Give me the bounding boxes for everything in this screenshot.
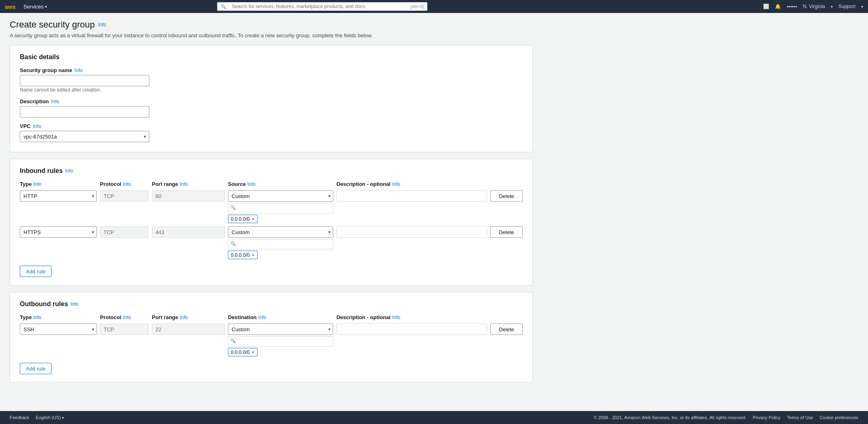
inbound-delete-btn-1[interactable]: Delete xyxy=(490,190,523,202)
outbound-dest-info-link[interactable]: Info xyxy=(258,315,266,320)
nav-user[interactable]: ▪▪▪▪▪▪ xyxy=(787,4,797,9)
outbound-rules-card: Outbound rules Info Type Info Protocol I… xyxy=(10,292,533,383)
description-info-link[interactable]: Info xyxy=(51,99,60,104)
inbound-port-2: 443 xyxy=(152,226,225,238)
name-form-group: Security group name Info MyFirstSecurity… xyxy=(20,67,523,93)
search-bar[interactable]: 🔍 [Alt+S] xyxy=(217,2,428,11)
outbound-desc-info-link[interactable]: Info xyxy=(392,315,400,320)
inbound-source-search-2[interactable] xyxy=(228,239,333,249)
description-input[interactable]: Moj pierwszy opis, ktory nie moze zawier… xyxy=(20,106,149,117)
inbound-col-source: Source Info xyxy=(228,181,333,187)
search-icon: 🔍 xyxy=(221,4,226,9)
inbound-source-type-wrap-1: Custom Anywhere-IPv4 Anywhere-IPv6 My IP… xyxy=(228,190,333,202)
outbound-dest-tag-remove-1[interactable]: × xyxy=(252,349,255,355)
inbound-desc-input-1[interactable] xyxy=(336,190,487,202)
inbound-source-search-wrap-2: 🔍 xyxy=(228,239,333,249)
outbound-delete-btn-1[interactable]: Delete xyxy=(490,324,523,335)
inbound-source-select-1[interactable]: Custom Anywhere-IPv4 Anywhere-IPv6 My IP xyxy=(228,190,333,202)
inbound-source-info-link[interactable]: Info xyxy=(247,181,255,187)
inbound-source-tag-remove-1[interactable]: × xyxy=(252,216,255,222)
add-inbound-rule-button[interactable]: Add rule xyxy=(20,266,51,277)
inbound-protocol-info-link[interactable]: Info xyxy=(123,181,131,187)
aws-logo[interactable]: aws xyxy=(5,2,19,11)
inbound-col-protocol: Protocol Info xyxy=(100,181,149,187)
outbound-col-description: Description - optional Info xyxy=(336,314,487,320)
outbound-rule-row-1: HTTP HTTPS SSH ▾ TCP 22 Custom Anywhere-… xyxy=(20,324,523,356)
vpc-select-wrap: vpc-67d2501a ▾ xyxy=(20,131,149,142)
outbound-dest-search-1[interactable] xyxy=(228,336,333,347)
outbound-dest-type-wrap-1: Custom Anywhere-IPv4 Anywhere-IPv6 My IP… xyxy=(228,324,333,335)
inbound-port-1: 80 xyxy=(152,190,225,202)
nav-support[interactable]: Support xyxy=(838,4,855,9)
inbound-protocol-1: TCP xyxy=(100,190,149,202)
inbound-rules-info-link[interactable]: Info xyxy=(65,168,73,174)
inbound-protocol-2: TCP xyxy=(100,226,149,238)
outbound-col-destination: Destination Info xyxy=(228,314,333,320)
vpc-label: VPC Info xyxy=(20,123,523,129)
inbound-rules-card: Inbound rules Info Type Info Protocol In… xyxy=(10,159,533,286)
outbound-protocol-1: TCP xyxy=(100,324,149,335)
page-title-info-link[interactable]: Info xyxy=(98,22,106,28)
add-outbound-rule-button[interactable]: Add rule xyxy=(20,363,51,374)
inbound-col-type: Type Info xyxy=(20,181,97,187)
search-icon-1: 🔍 xyxy=(230,205,236,210)
outbound-col-port: Port range Info xyxy=(152,314,225,320)
basic-details-title: Basic details xyxy=(20,53,523,61)
page-title-row: Create security group Info xyxy=(10,19,533,30)
nav-region-chevron: ▾ xyxy=(831,4,833,9)
outbound-port-info-link[interactable]: Info xyxy=(180,315,188,320)
outbound-desc-input-1[interactable] xyxy=(336,324,487,335)
outbound-rules-info-link[interactable]: Info xyxy=(70,301,79,307)
services-menu[interactable]: Services ▾ xyxy=(23,4,47,10)
inbound-source-tag-1: 0.0.0.0/0 × xyxy=(228,215,257,223)
inbound-source-tag-remove-2[interactable]: × xyxy=(252,252,255,258)
inbound-desc-wrap-1 xyxy=(336,190,487,202)
outbound-type-info-link[interactable]: Info xyxy=(33,315,41,320)
main-content: Create security group Info A security gr… xyxy=(0,13,868,411)
outbound-dest-select-1[interactable]: Custom Anywhere-IPv4 Anywhere-IPv6 My IP xyxy=(228,324,333,335)
inbound-rules-title: Inbound rules Info xyxy=(20,167,523,175)
inbound-type-select-2[interactable]: HTTP HTTPS SSH xyxy=(20,226,97,238)
inbound-source-col-1: Custom Anywhere-IPv4 Anywhere-IPv6 My IP… xyxy=(228,190,333,223)
vpc-form-group: VPC Info vpc-67d2501a ▾ xyxy=(20,123,523,142)
vpc-info-link[interactable]: Info xyxy=(33,124,41,129)
nav-region[interactable]: N. Virginia xyxy=(803,4,825,9)
basic-details-card: Basic details Security group name Info M… xyxy=(10,45,533,152)
description-form-group: Description Info Moj pierwszy opis, ktor… xyxy=(20,98,523,117)
outbound-rules-title: Outbound rules Info xyxy=(20,300,523,308)
security-group-name-input[interactable]: MyFirstSecurityGroup xyxy=(20,75,149,86)
search-icon-2: 🔍 xyxy=(230,241,236,246)
search-input[interactable] xyxy=(229,2,408,11)
outbound-desc-wrap-1 xyxy=(336,324,487,335)
nav-right: ⬜ 🔔 ▪▪▪▪▪▪ N. Virginia ▾ Support ▾ xyxy=(763,4,863,9)
outbound-protocol-info-link[interactable]: Info xyxy=(123,315,131,320)
inbound-source-select-2[interactable]: Custom Anywhere-IPv4 Anywhere-IPv6 My IP xyxy=(228,226,333,238)
inbound-source-search-1[interactable] xyxy=(228,203,333,213)
name-info-link[interactable]: Info xyxy=(74,68,83,73)
inbound-type-select-wrap-2: HTTP HTTPS SSH ▾ xyxy=(20,226,97,238)
inbound-rule-row-2: HTTP HTTPS SSH ▾ TCP 443 Custom Anywhere… xyxy=(20,226,523,259)
outbound-dest-tag-1: 0.0.0.0/0 × xyxy=(228,348,257,356)
inbound-rule-row-1: HTTP HTTPS SSH ▾ TCP 80 Custom Anywhere-… xyxy=(20,190,523,223)
nav-bell-icon[interactable]: 🔔 xyxy=(775,4,781,9)
inbound-port-info-link[interactable]: Info xyxy=(180,181,188,187)
outbound-type-select-1[interactable]: HTTP HTTPS SSH xyxy=(20,324,97,335)
outbound-type-select-wrap-1: HTTP HTTPS SSH ▾ xyxy=(20,324,97,335)
inbound-desc-info-link[interactable]: Info xyxy=(392,181,400,187)
inbound-source-type-wrap-2: Custom Anywhere-IPv4 Anywhere-IPv6 My IP… xyxy=(228,226,333,238)
outbound-dest-col-1: Custom Anywhere-IPv4 Anywhere-IPv6 My IP… xyxy=(228,324,333,356)
inbound-type-info-link[interactable]: Info xyxy=(33,181,41,187)
inbound-type-select-wrap-1: HTTP HTTPS SSH ▾ xyxy=(20,190,97,202)
search-shortcut: [Alt+S] xyxy=(411,4,424,9)
description-label: Description Info xyxy=(20,98,523,104)
inbound-delete-btn-2[interactable]: Delete xyxy=(490,226,523,238)
inbound-type-select-1[interactable]: HTTP HTTPS SSH xyxy=(20,190,97,202)
outbound-dest-search-wrap-1: 🔍 xyxy=(228,336,333,347)
vpc-select[interactable]: vpc-67d2501a xyxy=(20,131,149,142)
inbound-source-tag-2: 0.0.0.0/0 × xyxy=(228,251,257,259)
top-nav: aws Services ▾ 🔍 [Alt+S] ⬜ 🔔 ▪▪▪▪▪▪ N. V… xyxy=(0,0,868,13)
inbound-desc-input-2[interactable] xyxy=(336,226,487,238)
nav-icon-aws[interactable]: ⬜ xyxy=(763,4,769,9)
svg-text:aws: aws xyxy=(5,4,16,10)
inbound-desc-wrap-2 xyxy=(336,226,487,238)
